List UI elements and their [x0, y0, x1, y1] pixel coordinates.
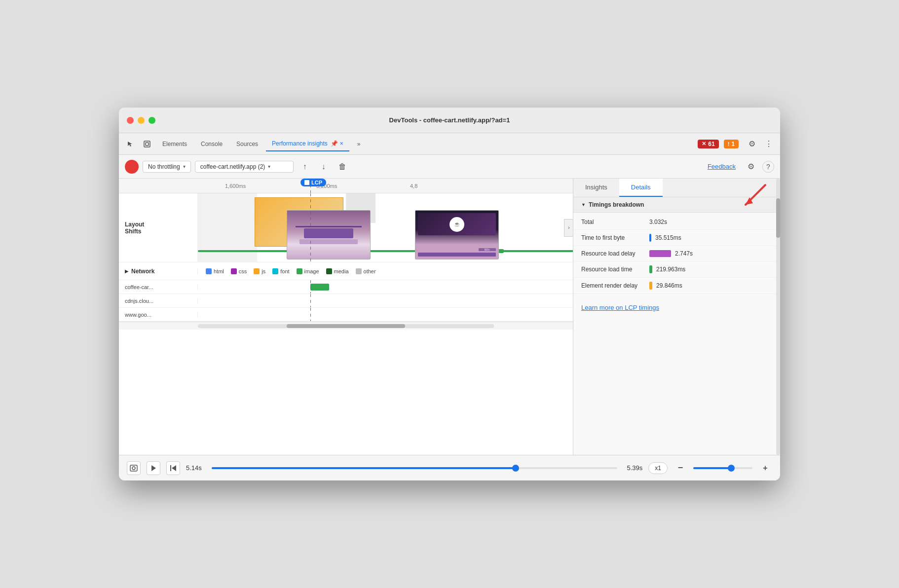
- zoom-out-button[interactable]: −: [674, 461, 687, 475]
- expand-row-button[interactable]: ›: [564, 219, 573, 237]
- throttling-arrow-icon: ▾: [183, 164, 186, 169]
- record-button[interactable]: [125, 160, 139, 174]
- timing-row-total: Total 3.032s: [573, 215, 780, 230]
- tab-console[interactable]: Console: [195, 137, 228, 151]
- tab-more[interactable]: »: [351, 137, 367, 151]
- zoom-slider[interactable]: [693, 467, 752, 469]
- timing-row-ttfb: Time to first byte 35.515ms: [573, 230, 780, 246]
- css-color-dot: [231, 268, 237, 274]
- file-bar-area-3: [198, 308, 573, 321]
- trash-icon[interactable]: 🗑: [335, 159, 350, 174]
- panel-content: ▼ Timings breakdown Total 3.032s Time to…: [573, 197, 780, 455]
- rlt-bar: [649, 265, 652, 273]
- network-section-label[interactable]: ▶ Network: [119, 268, 198, 275]
- erd-bar: [649, 282, 652, 290]
- network-expand-icon[interactable]: ▶: [125, 269, 128, 274]
- legend-media: media: [326, 268, 349, 274]
- right-scrollbar-thumb[interactable]: [776, 198, 780, 238]
- layout-shifts-label: LayoutShifts: [119, 193, 198, 262]
- scrollbar-thumb[interactable]: [287, 324, 405, 328]
- svg-rect-4: [170, 465, 171, 471]
- zoom-level: x1: [648, 462, 668, 474]
- screenshot-toggle-button[interactable]: [127, 461, 141, 475]
- tab-sources[interactable]: Sources: [230, 137, 264, 151]
- maximize-button[interactable]: [149, 117, 155, 124]
- row-cursor-2: [310, 294, 311, 307]
- timing-label-rld: Resource load delay: [581, 250, 645, 257]
- network-file-list: coffee-car... cdnjs.clou... www.goo...: [119, 280, 573, 322]
- timing-value-ttfb: 35.515ms: [655, 234, 681, 241]
- window-title: DevTools - coffee-cart.netlify.app/?ad=1: [389, 116, 510, 124]
- timeline-cursor-line: [310, 179, 311, 193]
- minimize-button[interactable]: [138, 117, 145, 124]
- timeline-panel: 1,600ms 3,200ms 4,8 LCP LayoutShifts: [119, 179, 573, 455]
- warning-badge[interactable]: ! 1: [724, 140, 739, 148]
- error-icon: ✕: [702, 141, 706, 147]
- upload-icon[interactable]: ↑: [298, 159, 312, 174]
- legend-image: image: [297, 268, 319, 274]
- svg-point-3: [132, 467, 135, 470]
- green-bar: [198, 250, 573, 252]
- legend-font: font: [272, 268, 289, 274]
- pin-icon: 📌: [331, 140, 338, 147]
- timing-label-erd: Element render delay: [581, 282, 645, 289]
- file-bar-area-1: [198, 280, 573, 294]
- devtools-window: DevTools - coffee-cart.netlify.app/?ad=1…: [119, 108, 780, 480]
- timeline-scrubber[interactable]: [208, 467, 621, 469]
- more-icon[interactable]: ⋮: [761, 137, 776, 151]
- file-name-3: www.goo...: [119, 312, 198, 318]
- time-start: 5.14s: [186, 464, 202, 472]
- right-panel: Insights Details ▼ Timings breakdown: [573, 179, 780, 455]
- play-button[interactable]: [147, 461, 160, 475]
- screenshot-left: [287, 210, 371, 259]
- time-mark-4800: 4,8: [410, 183, 417, 189]
- tab-insights[interactable]: Insights: [573, 179, 619, 197]
- inspect-icon[interactable]: [140, 137, 154, 151]
- url-dropdown[interactable]: coffee-cart.netlify.app (2) ▾: [195, 161, 294, 173]
- feedback-link[interactable]: Feedback: [708, 163, 736, 170]
- timing-row-rld: Resource load delay 2.747s: [573, 246, 780, 261]
- zoom-in-button[interactable]: +: [758, 461, 772, 475]
- throttling-dropdown[interactable]: No throttling ▾: [143, 161, 191, 173]
- tab-details[interactable]: Details: [619, 179, 663, 197]
- ttfb-bar: [649, 234, 651, 242]
- table-row[interactable]: www.goo...: [119, 308, 573, 322]
- learn-more-link[interactable]: Learn more on LCP timings: [573, 296, 780, 319]
- close-button[interactable]: [127, 117, 134, 124]
- toolbar: No throttling ▾ coffee-cart.netlify.app …: [119, 155, 780, 179]
- cursor-icon[interactable]: [123, 137, 138, 151]
- navbar: Elements Console Sources Performance ins…: [119, 133, 780, 155]
- network-header-row: ▶ Network html css js: [119, 262, 573, 280]
- lcp-label: LCP: [300, 179, 326, 186]
- help-icon[interactable]: ?: [762, 161, 774, 173]
- red-arrow: [736, 183, 765, 207]
- file-bar-area-2: [198, 294, 573, 307]
- error-badge[interactable]: ✕ 61: [698, 140, 718, 148]
- tab-performance-insights[interactable]: Performance insights 📌 ×: [266, 137, 349, 151]
- to-start-button[interactable]: [166, 461, 180, 475]
- timing-row-erd: Element render delay 29.846ms: [573, 278, 780, 294]
- url-arrow-icon: ▾: [268, 164, 270, 169]
- capture-settings-icon[interactable]: ⚙: [744, 159, 758, 174]
- bottom-bar: 5.14s 5.39s x1 − +: [119, 455, 780, 480]
- table-row[interactable]: coffee-car...: [119, 280, 573, 294]
- svg-rect-2: [130, 465, 137, 471]
- horizontal-scrollbar[interactable]: [119, 322, 573, 330]
- legend-other: other: [356, 268, 376, 274]
- download-icon[interactable]: ↓: [316, 159, 331, 174]
- section-expand-icon[interactable]: ▼: [581, 202, 586, 207]
- settings-icon[interactable]: ⚙: [745, 137, 759, 151]
- right-panel-scrollbar[interactable]: [776, 179, 780, 455]
- timing-value-rlt: 219.963ms: [656, 266, 685, 273]
- scrollbar-track[interactable]: [198, 324, 494, 328]
- content-cursor-line: [310, 193, 311, 262]
- timing-label-total: Total: [581, 219, 645, 225]
- tab-elements[interactable]: Elements: [156, 137, 193, 151]
- layout-shifts-row: LayoutShifts 0.21: [119, 193, 573, 262]
- table-row[interactable]: cdnjs.clou...: [119, 294, 573, 308]
- image-color-dot: [297, 268, 302, 274]
- network-legend: html css js font: [198, 268, 384, 274]
- close-tab-icon[interactable]: ×: [340, 140, 343, 147]
- row-cursor-1: [310, 280, 311, 294]
- traffic-lights: [127, 117, 155, 124]
